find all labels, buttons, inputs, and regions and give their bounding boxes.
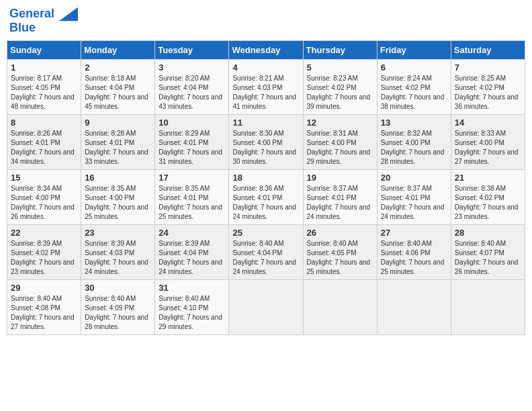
day-of-week-header: Friday xyxy=(377,40,451,59)
cell-info: Sunrise: 8:32 AMSunset: 4:00 PMDaylight:… xyxy=(381,130,445,165)
day-number: 18 xyxy=(232,173,299,183)
cell-info: Sunrise: 8:40 AMSunset: 4:04 PMDaylight:… xyxy=(232,240,296,275)
calendar-week-row: 1 Sunrise: 8:17 AMSunset: 4:05 PMDayligh… xyxy=(7,59,525,114)
calendar-cell: 26 Sunrise: 8:40 AMSunset: 4:05 PMDaylig… xyxy=(303,224,377,279)
day-number: 17 xyxy=(159,173,225,183)
day-number: 6 xyxy=(381,62,447,73)
day-number: 22 xyxy=(11,228,77,238)
cell-info: Sunrise: 8:40 AMSunset: 4:10 PMDaylight:… xyxy=(159,295,222,330)
day-number: 16 xyxy=(85,173,151,183)
calendar-week-row: 8 Sunrise: 8:26 AMSunset: 4:01 PMDayligh… xyxy=(7,114,525,169)
day-number: 15 xyxy=(11,173,77,183)
day-number: 21 xyxy=(455,173,521,183)
cell-info: Sunrise: 8:30 AMSunset: 4:00 PMDaylight:… xyxy=(232,130,296,165)
calendar-cell: 13 Sunrise: 8:32 AMSunset: 4:00 PMDaylig… xyxy=(377,114,451,169)
calendar-cell: 16 Sunrise: 8:35 AMSunset: 4:00 PMDaylig… xyxy=(81,169,155,224)
calendar-cell: 7 Sunrise: 8:25 AMSunset: 4:02 PMDayligh… xyxy=(451,59,525,114)
day-number: 12 xyxy=(307,118,373,128)
day-number: 19 xyxy=(307,173,373,183)
cell-info: Sunrise: 8:40 AMSunset: 4:09 PMDaylight:… xyxy=(85,295,148,330)
calendar-cell: 12 Sunrise: 8:31 AMSunset: 4:00 PMDaylig… xyxy=(303,114,377,169)
cell-info: Sunrise: 8:20 AMSunset: 4:04 PMDaylight:… xyxy=(159,75,222,110)
cell-info: Sunrise: 8:36 AMSunset: 4:01 PMDaylight:… xyxy=(232,185,296,220)
day-number: 11 xyxy=(232,118,299,128)
day-number: 31 xyxy=(159,283,225,293)
day-number: 20 xyxy=(381,173,447,183)
calendar-cell: 8 Sunrise: 8:26 AMSunset: 4:01 PMDayligh… xyxy=(7,114,81,169)
day-number: 3 xyxy=(159,62,225,73)
day-number: 5 xyxy=(307,62,373,73)
calendar-table: SundayMondayTuesdayWednesdayThursdayFrid… xyxy=(7,40,525,335)
page-header: General Blue xyxy=(7,7,525,35)
cell-info: Sunrise: 8:40 AMSunset: 4:05 PMDaylight:… xyxy=(307,240,371,275)
cell-info: Sunrise: 8:26 AMSunset: 4:01 PMDaylight:… xyxy=(11,130,75,165)
cell-info: Sunrise: 8:39 AMSunset: 4:02 PMDaylight:… xyxy=(11,240,75,275)
calendar-header-row: SundayMondayTuesdayWednesdayThursdayFrid… xyxy=(7,40,525,59)
day-number: 4 xyxy=(232,62,299,73)
calendar-cell: 29 Sunrise: 8:40 AMSunset: 4:08 PMDaylig… xyxy=(7,279,81,334)
cell-info: Sunrise: 8:28 AMSunset: 4:01 PMDaylight:… xyxy=(85,130,148,165)
calendar-cell: 3 Sunrise: 8:20 AMSunset: 4:04 PMDayligh… xyxy=(155,59,229,114)
day-number: 24 xyxy=(159,228,225,238)
calendar-cell: 15 Sunrise: 8:34 AMSunset: 4:00 PMDaylig… xyxy=(7,169,81,224)
cell-info: Sunrise: 8:23 AMSunset: 4:02 PMDaylight:… xyxy=(307,75,371,110)
cell-info: Sunrise: 8:34 AMSunset: 4:00 PMDaylight:… xyxy=(11,185,75,220)
day-number: 26 xyxy=(307,228,373,238)
cell-info: Sunrise: 8:39 AMSunset: 4:04 PMDaylight:… xyxy=(159,240,222,275)
calendar-cell: 21 Sunrise: 8:38 AMSunset: 4:02 PMDaylig… xyxy=(451,169,525,224)
calendar-cell: 11 Sunrise: 8:30 AMSunset: 4:00 PMDaylig… xyxy=(229,114,303,169)
cell-info: Sunrise: 8:17 AMSunset: 4:05 PMDaylight:… xyxy=(11,75,75,110)
calendar-cell: 20 Sunrise: 8:37 AMSunset: 4:01 PMDaylig… xyxy=(377,169,451,224)
calendar-cell: 22 Sunrise: 8:39 AMSunset: 4:02 PMDaylig… xyxy=(7,224,81,279)
calendar-cell: 19 Sunrise: 8:37 AMSunset: 4:01 PMDaylig… xyxy=(303,169,377,224)
day-of-week-header: Saturday xyxy=(451,40,525,59)
cell-info: Sunrise: 8:33 AMSunset: 4:00 PMDaylight:… xyxy=(455,130,519,165)
cell-info: Sunrise: 8:35 AMSunset: 4:00 PMDaylight:… xyxy=(85,185,148,220)
day-number: 23 xyxy=(85,228,151,238)
calendar-week-row: 29 Sunrise: 8:40 AMSunset: 4:08 PMDaylig… xyxy=(7,279,525,334)
day-number: 9 xyxy=(85,118,151,128)
calendar-week-row: 22 Sunrise: 8:39 AMSunset: 4:02 PMDaylig… xyxy=(7,224,525,279)
day-number: 8 xyxy=(11,118,77,128)
cell-info: Sunrise: 8:37 AMSunset: 4:01 PMDaylight:… xyxy=(381,185,445,220)
cell-info: Sunrise: 8:35 AMSunset: 4:01 PMDaylight:… xyxy=(159,185,222,220)
day-of-week-header: Thursday xyxy=(303,40,377,59)
day-number: 10 xyxy=(159,118,225,128)
calendar-cell: 14 Sunrise: 8:33 AMSunset: 4:00 PMDaylig… xyxy=(451,114,525,169)
calendar-cell: 23 Sunrise: 8:39 AMSunset: 4:03 PMDaylig… xyxy=(81,224,155,279)
day-of-week-header: Monday xyxy=(81,40,155,59)
cell-info: Sunrise: 8:21 AMSunset: 4:03 PMDaylight:… xyxy=(232,75,296,110)
day-number: 13 xyxy=(381,118,447,128)
calendar-cell: 1 Sunrise: 8:17 AMSunset: 4:05 PMDayligh… xyxy=(7,59,81,114)
cell-info: Sunrise: 8:38 AMSunset: 4:02 PMDaylight:… xyxy=(455,185,519,220)
calendar-cell: 30 Sunrise: 8:40 AMSunset: 4:09 PMDaylig… xyxy=(81,279,155,334)
day-of-week-header: Sunday xyxy=(7,40,81,59)
cell-info: Sunrise: 8:40 AMSunset: 4:06 PMDaylight:… xyxy=(381,240,445,275)
calendar-cell: 31 Sunrise: 8:40 AMSunset: 4:10 PMDaylig… xyxy=(155,279,229,334)
cell-info: Sunrise: 8:37 AMSunset: 4:01 PMDaylight:… xyxy=(307,185,371,220)
cell-info: Sunrise: 8:31 AMSunset: 4:00 PMDaylight:… xyxy=(307,130,371,165)
calendar-cell xyxy=(377,279,451,334)
day-number: 28 xyxy=(455,228,521,238)
calendar-cell: 10 Sunrise: 8:29 AMSunset: 4:01 PMDaylig… xyxy=(155,114,229,169)
svg-marker-0 xyxy=(59,7,78,21)
cell-info: Sunrise: 8:29 AMSunset: 4:01 PMDaylight:… xyxy=(159,130,222,165)
cell-info: Sunrise: 8:40 AMSunset: 4:07 PMDaylight:… xyxy=(455,240,519,275)
calendar-cell xyxy=(303,279,377,334)
logo: General Blue xyxy=(9,7,78,35)
calendar-cell: 6 Sunrise: 8:24 AMSunset: 4:02 PMDayligh… xyxy=(377,59,451,114)
day-number: 30 xyxy=(85,283,151,293)
calendar-week-row: 15 Sunrise: 8:34 AMSunset: 4:00 PMDaylig… xyxy=(7,169,525,224)
calendar-cell: 4 Sunrise: 8:21 AMSunset: 4:03 PMDayligh… xyxy=(229,59,303,114)
day-of-week-header: Wednesday xyxy=(229,40,303,59)
logo-text: General xyxy=(9,7,78,21)
calendar-cell: 18 Sunrise: 8:36 AMSunset: 4:01 PMDaylig… xyxy=(229,169,303,224)
calendar-cell: 28 Sunrise: 8:40 AMSunset: 4:07 PMDaylig… xyxy=(451,224,525,279)
cell-info: Sunrise: 8:40 AMSunset: 4:08 PMDaylight:… xyxy=(11,295,75,330)
calendar-cell xyxy=(229,279,303,334)
calendar-cell: 27 Sunrise: 8:40 AMSunset: 4:06 PMDaylig… xyxy=(377,224,451,279)
day-number: 1 xyxy=(11,62,77,73)
logo-blue: Blue xyxy=(9,21,78,35)
calendar-cell: 5 Sunrise: 8:23 AMSunset: 4:02 PMDayligh… xyxy=(303,59,377,114)
calendar-cell: 24 Sunrise: 8:39 AMSunset: 4:04 PMDaylig… xyxy=(155,224,229,279)
